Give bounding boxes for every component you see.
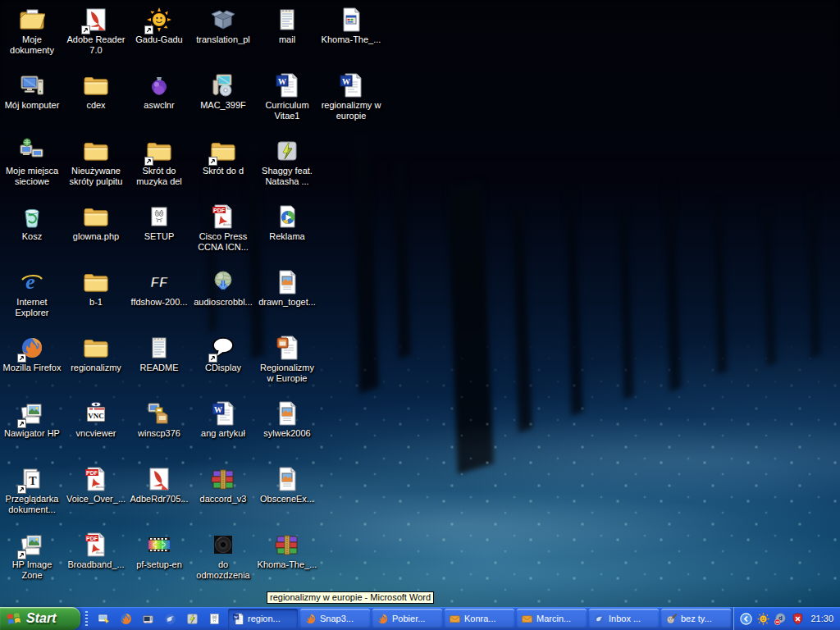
shortcut-arrow-icon [17,354,26,363]
desktop-icon-regionalizmy-w-europie[interactable]: Regionalizmy w Europie [256,335,318,384]
desktop-icon-label: Voice_Over_... [65,494,127,504]
vnc-icon: VNC [83,400,109,427]
desktop-icon-label: HP Image Zone [1,559,63,581]
desktop-icon-label: Curriculum Vitae1 [256,100,318,121]
desktop-icon-cisco-press-ccna-icn[interactable]: PDFAdobeCisco Press CCNA ICN... [192,203,254,253]
quick-launch-cdisplay-icon[interactable] [206,610,222,627]
desktop-icon-b-1[interactable]: b-1 [65,269,127,308]
desktop-icon-label: Nieużywane skróty pulpitu [65,166,127,187]
start-button[interactable]: Start [0,607,80,630]
desktop-icon-ang-artykuł[interactable]: Wang artykuł [192,400,254,439]
desktop-icon-nieużywane-skróty-pulpitu[interactable]: Nieużywane skróty pulpitu [65,138,127,187]
desktop-icon-shaggy-feat-natasha[interactable]: Shaggy feat. Natasha ... [256,138,318,187]
globedown-icon [210,269,236,295]
desktop-icon-internet-explorer[interactable]: eInternet Explorer [1,269,63,318]
tray-security-alert-icon[interactable] [791,612,805,626]
desktop-icon-daccord-v3[interactable]: daccord_v3 [192,466,254,504]
task-buttons: Wregion...Snap3...Pobier...Konra...Marci… [228,609,731,628]
desktop-icon-label: Khoma-The_... [320,34,382,45]
task-button-konra[interactable]: Konra... [445,609,514,628]
quick-launch-thunderbird-icon[interactable] [162,610,178,627]
desktop-icon-przeglądarka-dokument[interactable]: TPrzeglądarka dokument... [1,466,63,515]
taskbar: Start 8:31 » Wregion...Snap3...Pobier...… [0,607,840,630]
desktop-icon-label: Moje miejsca sieciowe [1,166,63,187]
desktop-icon-kosz[interactable]: Kosz [1,203,63,242]
desktop-icon-winscp376[interactable]: winscp376 [128,400,190,439]
desktop-icon-mac-399f[interactable]: MAC_399F [192,72,254,111]
desktop-icon-glowna-php[interactable]: glowna.php [65,203,127,242]
shortcut-arrow-icon [17,485,26,494]
desktop-icon-khoma-the[interactable]: Khoma-The_... [256,532,318,570]
desktop-icon-regionalizmy-w-europie[interactable]: Wregionalizmy w europie [320,72,382,121]
quick-launch-tv-tuner-icon[interactable]: 8:31 [139,610,156,627]
shortcut-arrow-icon [81,25,90,34]
task-button-pobier[interactable]: Pobier... [372,609,442,628]
desktop-icon-moje-dokumenty[interactable]: Moje dokumenty [1,7,63,56]
desktop-icon-voice-over[interactable]: PDFAdobeVoice_Over_... [65,466,127,504]
photos-icon [19,532,45,558]
desktop-icon-cdisplay[interactable]: CDisplay [192,335,254,373]
desktop-icon-moje-miejsca-sieciowe[interactable]: Moje miejsca sieciowe [1,138,63,187]
computer-icon [19,72,45,98]
desktop-icon-mozilla-firefox[interactable]: Mozilla Firefox [1,335,63,373]
desktop-icon-aswclnr[interactable]: aswclnr [128,72,190,111]
desktop-icon-hp-image-zone[interactable]: HP Image Zone [1,532,63,581]
desktop-icon-sylwek2006[interactable]: sylwek2006 [256,400,318,439]
svg-text:PDF: PDF [86,470,98,476]
task-button-bez-ty[interactable]: bez ty... [661,609,731,628]
desktop-icon-do-odmozdzenia[interactable]: do odmozdzenia [192,532,254,581]
desktop-icon-label: Skrót do d [192,166,254,176]
windows-logo-icon [6,610,22,627]
desktop-icon-cdex[interactable]: cdex [65,72,127,111]
desktop-icon-gadu-gadu[interactable]: Gadu-Gadu [128,7,190,45]
desktop-icon-label: Przeglądarka dokument... [1,494,63,515]
desktop-icon-adberdr705[interactable]: AdbeRdr705... [128,466,190,504]
taskbar-tooltip: regionalizmy w europie - Microsoft Word [267,591,434,604]
desktop-icon-ffdshow-200[interactable]: FFffdshow-200... [128,269,190,308]
svg-text:PDF: PDF [213,208,226,213]
quick-launch-winamp-icon[interactable] [184,610,200,627]
desktop-icon-readme[interactable]: README [128,335,190,373]
task-button-snap3[interactable]: Snap3... [300,609,370,628]
rar-icon [274,532,300,558]
desktop-icon-mój-komputer[interactable]: Mój komputer [1,72,63,111]
desktop-icon-setup[interactable]: SETUP [128,203,190,242]
task-button-label: Marcin... [536,614,571,623]
desktop-icon-audioscrobbl[interactable]: audioscrobbl... [192,269,254,308]
shortcut-arrow-icon [17,550,26,559]
quick-launch-grip[interactable] [85,611,88,626]
taskbar-clock[interactable]: 21:30 [810,614,833,623]
desktop-icon-obsceneex[interactable]: ObsceneEx... [256,466,318,504]
desktop-icon-drawn-toget[interactable]: drawn_toget... [256,269,318,308]
winscp-icon [146,400,172,427]
desktop-icon-adobe-reader-7-0[interactable]: Adobe Reader 7.0 [65,7,127,56]
desktop-icon-mail[interactable]: mail [256,7,318,45]
tray-dcpp-blocked-icon[interactable]: d [774,612,788,626]
hidden-icons-chevron[interactable] [739,612,753,626]
quick-launch-show-desktop-icon[interactable] [95,610,112,627]
desktop-icon-translation-pl[interactable]: translation_pl [192,7,254,45]
desktop-icon-vncviewer[interactable]: VNCvncviewer [65,400,127,439]
task-button-label: Pobier... [392,614,425,623]
tray-gadu-gadu-status-icon[interactable] [756,612,770,626]
shortcut-arrow-icon [208,354,217,363]
desktop-icon-pf-setup-en[interactable]: pf-setup-en [128,532,190,570]
desktop-icon-regionalizmy[interactable]: regionalizmy [65,335,127,373]
svg-text:Adobe: Adobe [223,223,231,226]
task-button-region[interactable]: Wregion... [228,609,298,628]
tviewer-icon: T [19,466,45,492]
quick-launch-firefox-icon[interactable] [117,610,134,627]
desktop-icon-label: ang artykuł [192,428,254,439]
start-button-label: Start [26,611,56,626]
desktop-icon-broadband[interactable]: PDFAdobeBroadband_... [65,532,127,570]
desktop-icon-nawigator-hp[interactable]: Nawigator HP [1,400,63,439]
task-button-inbox[interactable]: Inbox ... [589,609,659,628]
desktop-icon-skrót-do-d[interactable]: Skrót do d [192,138,254,176]
desktop-icon-khoma-the[interactable]: Khoma-The_... [320,7,382,45]
desktop-icon-label: cdex [65,100,127,111]
task-button-marcin[interactable]: Marcin... [517,609,587,628]
desktop-icon-skrót-do-muzyka-del[interactable]: Skrót do muzyka del [128,138,190,187]
desktop-icon-curriculum-vitae1[interactable]: WCurriculum Vitae1 [256,72,318,121]
desktop-icon-reklama[interactable]: Reklama [256,203,318,242]
adobeapp-icon [146,466,172,492]
